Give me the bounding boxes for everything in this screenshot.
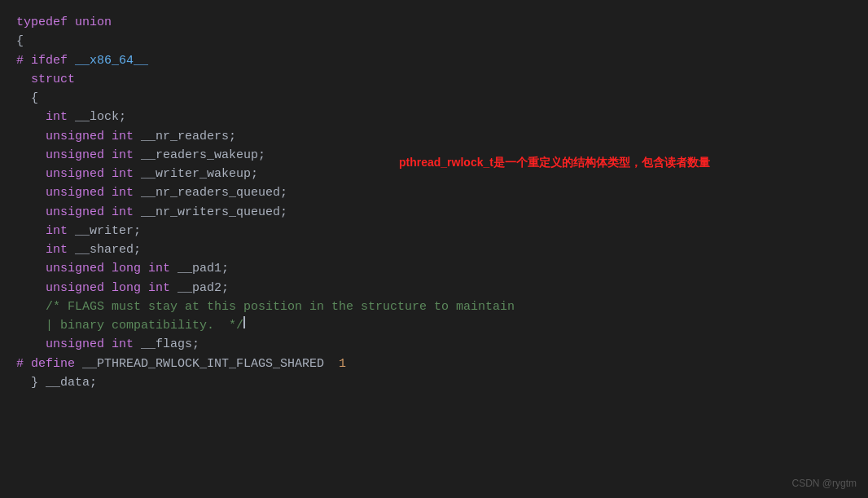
text-cursor [243, 316, 245, 328]
code-token [104, 335, 112, 354]
code-token: int [112, 335, 134, 354]
code-token [16, 240, 46, 259]
watermark: CSDN @rygtm [791, 476, 857, 491]
code-token: __flags; [134, 335, 199, 354]
code-line: unsigned int __nr_readers_queued; [16, 183, 852, 202]
code-token: __nr_readers; [134, 127, 236, 146]
code-token: __data; [46, 373, 97, 392]
code-token [104, 183, 112, 202]
code-token [16, 222, 46, 240]
annotation-text: pthread_rwlock_t是一个重定义的结构体类型，包含读者数量 [399, 153, 710, 171]
code-token [16, 279, 46, 297]
code-token: unsigned [46, 183, 104, 202]
code-token: # [16, 355, 31, 373]
code-token [16, 297, 46, 316]
code-token: int [148, 259, 170, 278]
code-token: ifdef [31, 51, 68, 70]
code-token: __lock; [68, 108, 126, 126]
code-token: __nr_readers_queued; [134, 183, 287, 202]
code-token: int [112, 183, 134, 202]
code-token: typedef [16, 13, 75, 32]
code-line: unsigned int __flags; [16, 335, 852, 354]
code-token: unsigned [46, 279, 104, 297]
code-token: int [112, 127, 134, 146]
code-token: __pad1; [170, 259, 229, 278]
code-token: { [16, 89, 38, 108]
code-line: int __writer; [16, 222, 852, 240]
code-token [104, 279, 112, 297]
code-line: unsigned long int __pad2; [16, 279, 852, 297]
code-token: int [46, 222, 68, 240]
code-token: int [112, 146, 134, 165]
code-token [104, 203, 112, 222]
code-token [16, 165, 46, 183]
code-token [16, 259, 46, 278]
code-token: __readers_wakeup; [134, 146, 265, 165]
code-token: unsigned [46, 259, 104, 278]
code-token: unsigned [46, 127, 104, 146]
code-token: # [16, 51, 31, 70]
code-token: __shared; [68, 240, 141, 259]
code-token: int [112, 203, 134, 222]
code-token: __x86_64__ [68, 51, 148, 70]
code-line: typedef union [16, 13, 852, 32]
code-token: | binary compatibility. */ [16, 316, 243, 335]
code-line: struct [16, 70, 852, 89]
code-token: __nr_writers_queued; [134, 203, 287, 222]
code-token: __writer; [68, 222, 141, 240]
code-token: /* FLAGS must stay at this position in t… [46, 297, 515, 316]
code-token [16, 127, 46, 146]
code-lines: typedef union{# ifdef __x86_64__ struct … [16, 13, 852, 392]
code-token: long [112, 259, 141, 278]
code-token [104, 146, 112, 165]
code-line: unsigned int __nr_readers; [16, 127, 852, 146]
code-token: int [46, 240, 68, 259]
code-token: unsigned [46, 335, 104, 354]
code-token: __writer_wakeup; [134, 165, 258, 183]
code-line: int __shared; [16, 240, 852, 259]
code-line: { [16, 89, 852, 108]
code-token [104, 127, 112, 146]
code-line: # define __PTHREAD_RWLOCK_INT_FLAGS_SHAR… [16, 355, 852, 373]
code-token: define [31, 355, 75, 373]
code-token [141, 279, 148, 297]
code-token [16, 146, 46, 165]
code-line: /* FLAGS must stay at this position in t… [16, 297, 852, 316]
code-token: int [46, 108, 68, 126]
code-token [16, 203, 46, 222]
code-token: unsigned [46, 146, 104, 165]
code-line: unsigned long int __pad1; [16, 259, 852, 278]
code-line: int __lock; [16, 108, 852, 126]
code-token [104, 259, 112, 278]
code-token: struct [16, 70, 75, 89]
code-token: int [148, 279, 170, 297]
code-token: __PTHREAD_RWLOCK_INT_FLAGS_SHARED [75, 355, 339, 373]
code-token [16, 335, 46, 354]
code-line: { [16, 32, 852, 51]
code-token: union [75, 13, 112, 32]
code-token: unsigned [46, 165, 104, 183]
code-token: __pad2; [170, 279, 229, 297]
code-token: unsigned [46, 203, 104, 222]
code-token: } [16, 373, 46, 392]
code-token [104, 165, 112, 183]
code-line: | binary compatibility. */ [16, 316, 852, 335]
code-token: 1 [339, 355, 346, 373]
code-line: # ifdef __x86_64__ [16, 51, 852, 70]
code-token [16, 108, 46, 126]
code-token: { [16, 32, 24, 51]
code-line: unsigned int __nr_writers_queued; [16, 203, 852, 222]
code-line: } __data; [16, 373, 852, 392]
code-token [16, 183, 46, 202]
code-token: int [112, 165, 134, 183]
code-token [141, 259, 148, 278]
code-container: typedef union{# ifdef __x86_64__ struct … [0, 0, 868, 498]
code-token: long [112, 279, 141, 297]
